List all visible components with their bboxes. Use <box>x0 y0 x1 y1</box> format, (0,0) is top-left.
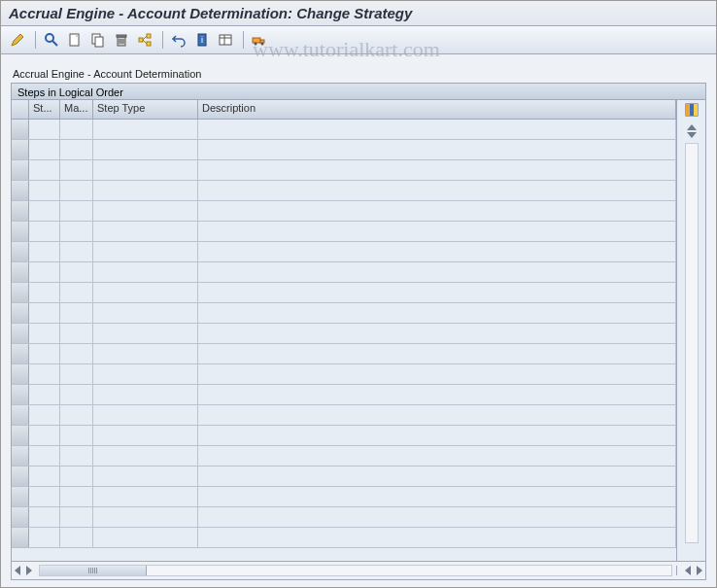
vertical-scrollbar[interactable] <box>685 143 699 543</box>
cell-step[interactable] <box>29 487 60 506</box>
table-row[interactable] <box>12 385 676 405</box>
scroll-left-icon[interactable] <box>15 566 20 575</box>
table-row[interactable] <box>12 467 676 487</box>
cell-description[interactable] <box>198 160 676 180</box>
horizontal-scrollbar[interactable] <box>39 565 672 576</box>
cell-description[interactable] <box>198 467 676 486</box>
table-row[interactable] <box>12 262 676 283</box>
cell-description[interactable] <box>198 201 676 221</box>
cell-description[interactable] <box>198 487 676 506</box>
cell-step[interactable] <box>29 426 60 445</box>
cell-description[interactable] <box>198 242 676 261</box>
cell-step[interactable] <box>29 160 60 180</box>
cell-description[interactable] <box>198 426 676 445</box>
column-description[interactable]: Description <box>198 100 676 119</box>
cell-manual[interactable] <box>60 262 93 282</box>
cell-description[interactable] <box>198 283 676 302</box>
cell-description[interactable] <box>198 507 676 527</box>
cell-manual[interactable] <box>60 181 93 200</box>
row-selector[interactable] <box>12 324 29 343</box>
copy-icon[interactable] <box>87 29 109 51</box>
cell-step[interactable] <box>29 262 60 282</box>
cell-step-type[interactable] <box>93 140 198 159</box>
new-icon[interactable] <box>64 29 85 51</box>
row-selector[interactable] <box>12 160 29 180</box>
layout-icon[interactable] <box>215 29 236 51</box>
row-selector[interactable] <box>12 201 29 221</box>
cell-description[interactable] <box>198 140 676 159</box>
cell-manual[interactable] <box>60 364 93 384</box>
cell-manual[interactable] <box>60 160 93 180</box>
cell-step-type[interactable] <box>93 426 198 445</box>
cell-description[interactable] <box>198 385 676 404</box>
find-icon[interactable] <box>41 29 62 51</box>
cell-description[interactable] <box>198 303 676 323</box>
scroll-up-icon[interactable] <box>687 124 697 130</box>
cell-manual[interactable] <box>60 324 93 343</box>
cell-step-type[interactable] <box>93 181 198 200</box>
cell-description[interactable] <box>198 120 676 139</box>
cell-manual[interactable] <box>60 344 93 363</box>
cell-manual[interactable] <box>60 446 93 466</box>
cell-step[interactable] <box>29 120 60 139</box>
cell-manual[interactable] <box>60 242 93 261</box>
cell-description[interactable] <box>198 446 676 466</box>
cell-step[interactable] <box>29 201 60 221</box>
cell-step[interactable] <box>29 385 60 404</box>
cell-step-type[interactable] <box>93 242 198 261</box>
table-row[interactable] <box>12 120 676 140</box>
cell-manual[interactable] <box>60 303 93 323</box>
cell-step[interactable] <box>29 140 60 159</box>
cell-step-type[interactable] <box>93 160 198 180</box>
cell-step[interactable] <box>29 303 60 323</box>
column-step[interactable]: St... <box>29 100 60 119</box>
row-selector[interactable] <box>12 426 29 445</box>
cell-step-type[interactable] <box>93 120 198 139</box>
row-selector[interactable] <box>12 364 29 384</box>
cell-step[interactable] <box>29 181 60 200</box>
row-selector[interactable] <box>12 528 29 547</box>
row-selector[interactable] <box>12 262 29 282</box>
cell-step-type[interactable] <box>93 283 198 302</box>
table-row[interactable] <box>12 222 676 242</box>
cell-step[interactable] <box>29 528 60 547</box>
cell-description[interactable] <box>198 181 676 200</box>
cell-description[interactable] <box>198 528 676 547</box>
scroll-right-icon[interactable] <box>697 566 702 575</box>
table-row[interactable] <box>12 405 676 426</box>
cell-manual[interactable] <box>60 405 93 425</box>
cell-step-type[interactable] <box>93 487 198 506</box>
delete-icon[interactable] <box>111 29 132 51</box>
cell-step-type[interactable] <box>93 324 198 343</box>
cell-step[interactable] <box>29 344 60 363</box>
cell-step-type[interactable] <box>93 385 198 404</box>
cell-manual[interactable] <box>60 120 93 139</box>
cell-description[interactable] <box>198 344 676 363</box>
cell-step-type[interactable] <box>93 507 198 527</box>
cell-manual[interactable] <box>60 426 93 445</box>
row-selector[interactable] <box>12 507 29 527</box>
table-row[interactable] <box>12 201 676 222</box>
cell-description[interactable] <box>198 405 676 425</box>
cell-step-type[interactable] <box>93 446 198 466</box>
table-row[interactable] <box>12 283 676 303</box>
cell-step-type[interactable] <box>93 262 198 282</box>
edit-icon[interactable] <box>7 29 28 51</box>
table-row[interactable] <box>12 242 676 262</box>
cell-step[interactable] <box>29 283 60 302</box>
row-selector[interactable] <box>12 467 29 486</box>
cell-manual[interactable] <box>60 140 93 159</box>
cell-description[interactable] <box>198 222 676 241</box>
column-selector[interactable] <box>12 100 29 119</box>
table-row[interactable] <box>12 344 676 364</box>
table-row[interactable] <box>12 364 676 385</box>
table-row[interactable] <box>12 426 676 446</box>
table-row[interactable] <box>12 324 676 344</box>
cell-step[interactable] <box>29 364 60 384</box>
cell-step-type[interactable] <box>93 467 198 486</box>
cell-step-type[interactable] <box>93 201 198 221</box>
scrollbar-thumb[interactable] <box>40 566 147 575</box>
cell-step[interactable] <box>29 467 60 486</box>
cell-step-type[interactable] <box>93 344 198 363</box>
row-selector[interactable] <box>12 303 29 323</box>
